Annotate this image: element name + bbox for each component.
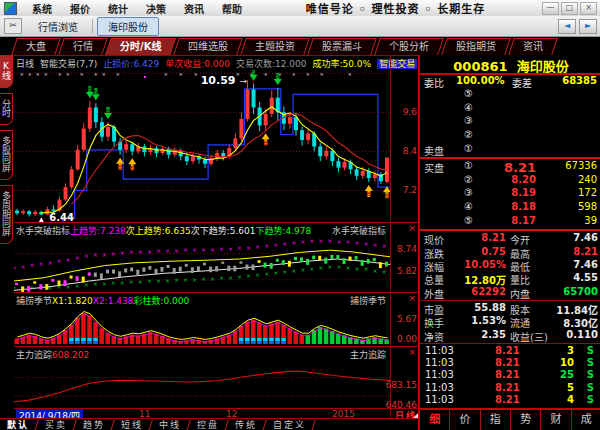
bottom-tab-5[interactable]: 控盘 <box>188 420 229 430</box>
svg-text:×: × <box>20 263 25 270</box>
panel-tab-1[interactable]: 价 <box>450 410 480 430</box>
svg-text:×: × <box>372 241 377 248</box>
main-tab-4[interactable]: 主题投资 <box>241 38 311 55</box>
bid-price: 8.19 <box>511 187 536 198</box>
panel-tab-2[interactable]: 指 <box>481 410 511 430</box>
svg-text:×: × <box>246 244 251 251</box>
tick-volume: 5 <box>567 382 574 393</box>
main-tab-1[interactable]: 行情 <box>58 38 108 55</box>
maximize-icon[interactable]: □ <box>561 2 578 15</box>
ind1-axis-label: 8.74 <box>397 244 417 254</box>
sidebar-item-2[interactable]: 多股同屏 <box>0 130 13 180</box>
tick-price: 8.21 <box>495 382 520 393</box>
sidebar-item-0[interactable]: K线 <box>0 55 13 88</box>
stat-value: 10.05% <box>464 259 506 270</box>
indicator-value-3: 下趋势:4.978 <box>255 226 311 236</box>
price-axis-label: 8.4 <box>403 146 417 156</box>
stock-name: 海印股份 <box>517 59 569 74</box>
main-tab-7[interactable]: 股指期货 <box>442 38 512 55</box>
weicha-value: 68385 <box>562 75 597 86</box>
weibi-value: 100.00% <box>456 75 505 86</box>
tick-price: 8.21 <box>495 369 520 380</box>
svg-text:×: × <box>210 275 215 282</box>
bottom-tab-1[interactable]: 买卖 <box>36 420 77 430</box>
main-tab-5[interactable]: 股票漏斗 <box>308 38 378 55</box>
bottom-tab-3[interactable]: 短线 <box>112 420 153 430</box>
stat-row: 净资2.35收益(三)0.110 <box>420 329 600 342</box>
svg-text:×: × <box>66 256 71 263</box>
menu-help[interactable]: 帮助 <box>213 1 251 16</box>
bottom-tab-4[interactable]: 中线 <box>150 420 191 430</box>
panel-tab-0[interactable]: 细 <box>420 410 450 430</box>
panel-tab-4[interactable]: 财 <box>541 410 571 430</box>
main-tab-8[interactable]: 资讯 <box>509 38 559 55</box>
svg-text:×: × <box>75 282 80 289</box>
sidebar-item-1[interactable]: 分时 <box>0 93 13 125</box>
bottom-tab-2[interactable]: 趋势 <box>74 420 115 430</box>
indicator3-close-icon[interactable]: × <box>408 348 416 356</box>
bid-row: 买盘①8.2167336 <box>420 160 600 173</box>
svg-text:×: × <box>318 264 323 271</box>
close-icon[interactable]: × <box>580 2 597 15</box>
main-tab-2[interactable]: 分时/K线 <box>105 38 176 55</box>
stat-value: 7.46 <box>573 232 598 243</box>
sidebar-item-3[interactable]: 多周期同屏 <box>0 185 13 244</box>
bottom-tab-7[interactable]: 自定义 <box>264 420 316 430</box>
tick-price: 8.21 <box>495 345 520 356</box>
menu-system[interactable]: 系统 <box>23 1 61 16</box>
tick-direction: S <box>587 394 594 405</box>
back-icon[interactable]: ◄ <box>558 19 576 34</box>
bottom-tab-6[interactable]: 传统 <box>226 420 267 430</box>
minimize-icon[interactable]: — <box>542 2 559 15</box>
panel-tab-5[interactable]: 成 <box>572 410 600 430</box>
panel-tab-3[interactable]: 势 <box>511 410 541 430</box>
main-tab-label: 资讯 <box>523 39 543 54</box>
svg-text:×: × <box>192 246 197 253</box>
chart-header: 日线智能交易(7,7)止损价:6.429单次收益:0.000交易次数:12.00… <box>16 57 423 69</box>
stock-tab[interactable]: 海印股份 <box>97 17 159 36</box>
svg-text:×: × <box>120 279 125 286</box>
tool-icon[interactable]: ✂ <box>4 18 22 34</box>
tick-time: 11:03 <box>425 382 454 393</box>
main-tab-0[interactable]: 大盘 <box>11 38 61 55</box>
svg-text:×: × <box>29 261 34 268</box>
indicator-value: 608.202 <box>52 350 89 360</box>
svg-text:×: × <box>120 249 125 256</box>
stat-value: 0.75 <box>481 246 506 257</box>
sell-label: 卖盘 <box>424 143 444 158</box>
ask-row: ⑤ <box>420 88 600 101</box>
bid-level-number: ⑤ <box>464 215 473 226</box>
svg-text:×: × <box>138 278 143 285</box>
menu-stats[interactable]: 统计 <box>99 1 137 16</box>
svg-text:*: * <box>80 72 84 80</box>
menu-decision[interactable]: 决策 <box>137 1 175 16</box>
bid-volume: 240 <box>578 174 597 185</box>
svg-text:×: × <box>291 239 296 246</box>
svg-text:×: × <box>57 257 62 264</box>
svg-text:S: S <box>251 70 255 75</box>
stock-code: 000861 <box>453 59 507 74</box>
market-browse-label[interactable]: 行情浏览 <box>28 19 88 34</box>
indicator2-close-icon[interactable]: × <box>408 294 416 302</box>
bottom-tab-0[interactable]: 默认 <box>0 420 39 430</box>
menu-news[interactable]: 资讯 <box>175 1 213 16</box>
ask-row: ③ <box>420 115 600 128</box>
bottom-tab-label: 趋势 <box>83 420 105 430</box>
indicator1-close-icon[interactable]: × <box>408 224 416 232</box>
svg-text:×: × <box>228 274 233 281</box>
forward-icon[interactable]: ► <box>579 19 597 34</box>
main-tab-3[interactable]: 四维选股 <box>174 38 244 55</box>
svg-text:×: × <box>381 242 386 249</box>
main-tab-bar: 大盘行情分时/K线四维选股主题投资股票漏斗个股分析股指期货资讯 <box>14 36 600 55</box>
menu-quotes[interactable]: 报价 <box>61 1 99 16</box>
indicator3-header: 主力追踪608.202主力追踪 <box>16 348 388 360</box>
indicator-title: 主力追踪 <box>16 350 52 360</box>
main-tab-label: 个股分析 <box>389 39 429 54</box>
bid-list: 买盘①8.2167336②8.20240③8.19172④8.18598⑤8.1… <box>420 160 600 228</box>
svg-text:*: * <box>348 72 352 80</box>
svg-text:*: * <box>102 72 106 80</box>
ask-level-number: ③ <box>464 115 473 126</box>
svg-text:B: B <box>130 164 135 171</box>
main-tab-6[interactable]: 个股分析 <box>375 38 445 55</box>
bid-price: 8.17 <box>511 215 536 226</box>
